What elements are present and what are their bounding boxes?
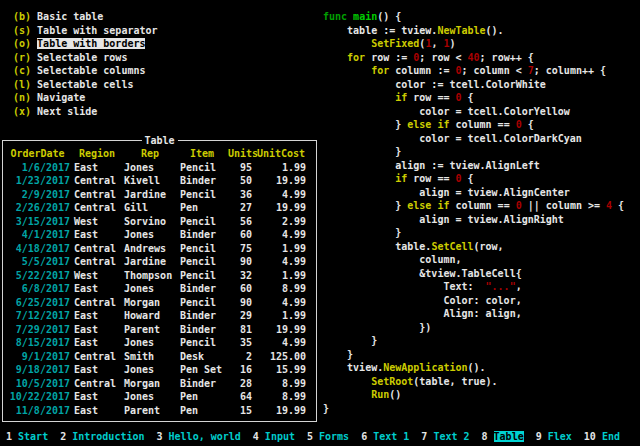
menu-item-s[interactable]: (s) Table with separator xyxy=(13,24,158,38)
slide-item-forms[interactable]: 5 Forms xyxy=(307,431,349,442)
column-header-unitcost: UnitCost xyxy=(256,147,306,161)
slide-number: 7 xyxy=(421,431,427,442)
code-line: func main() { xyxy=(323,10,624,24)
table-cell: 81 xyxy=(228,323,252,337)
slide-item-input[interactable]: 4 Input xyxy=(253,431,295,442)
menu-item-b[interactable]: (b) Basic table xyxy=(13,10,158,24)
table-cell: Pencil xyxy=(180,161,224,175)
menu-item-l[interactable]: (l) Selectable cells xyxy=(13,78,158,92)
code-line: } else if column == 0 || column >= 4 { xyxy=(323,199,624,213)
slide-label: Introduction xyxy=(72,431,144,442)
table-cell: 1.99 xyxy=(256,309,306,323)
table-row: 5/22/2017WestThompsonPencil321.99 xyxy=(3,269,316,283)
slide-item-introduction[interactable]: 2 Introduction xyxy=(60,431,144,442)
table-cell: 4/18/2017 xyxy=(5,242,70,256)
code-line: color = tcell.ColorDarkCyan xyxy=(323,132,624,146)
menu-item-key: (r) xyxy=(13,52,31,63)
menu-item-label: Table with separator xyxy=(37,25,157,36)
slide-item-table[interactable]: 8 Table xyxy=(482,431,524,442)
slide-item-text-1[interactable]: 6 Text 1 xyxy=(361,431,409,442)
table-cell: East xyxy=(74,228,120,242)
slide-number: 3 xyxy=(156,431,162,442)
table-cell: 1/6/2017 xyxy=(5,161,70,175)
code-line: SetFixed(1, 1) xyxy=(323,37,624,51)
menu-item-r[interactable]: (r) Selectable rows xyxy=(13,51,158,65)
table-cell: 9/1/2017 xyxy=(5,350,70,364)
menu-item-label: Selectable cells xyxy=(37,79,133,90)
table-cell: Howard xyxy=(124,309,176,323)
table-cell: Binder xyxy=(180,228,224,242)
table-cell: 7/29/2017 xyxy=(5,323,70,337)
table-cell: Morgan xyxy=(124,296,176,310)
slide-number: 10 xyxy=(584,431,596,442)
slide-item-hello-world[interactable]: 3 Hello, world xyxy=(156,431,240,442)
table-row: 10/22/2017EastJonesPen648.99 xyxy=(3,390,316,404)
menu-item-key: (b) xyxy=(13,11,31,22)
menu-item-key: (x) xyxy=(13,106,31,117)
table-cell: Pencil xyxy=(180,255,224,269)
table-cell: Jones xyxy=(124,228,176,242)
table-cell: Binder xyxy=(180,174,224,188)
table-row: 2/9/2017CentralJardinePencil364.99 xyxy=(3,188,316,202)
table-cell: Pencil xyxy=(180,242,224,256)
menu-item-label: Table with borders xyxy=(37,38,145,49)
table-row: 9/18/2017EastJonesPen Set1615.99 xyxy=(3,363,316,377)
slide-menu: (b) Basic table(s) Table with separator(… xyxy=(13,10,158,118)
table-cell: Binder xyxy=(180,323,224,337)
table-cell: Parent xyxy=(124,323,176,337)
code-line: } else if column == 0 { xyxy=(323,118,624,132)
table-row: 1/6/2017EastJonesPencil951.99 xyxy=(3,161,316,175)
table-cell: 1/23/2017 xyxy=(5,174,70,188)
table-cell: Jones xyxy=(124,390,176,404)
code-line: SetRoot(table, true). xyxy=(323,375,624,389)
table-cell: West xyxy=(74,269,120,283)
menu-item-x[interactable]: (x) Next slide xyxy=(13,105,158,119)
table-row: 7/29/2017EastParentBinder8119.99 xyxy=(3,323,316,337)
table-cell: 19.99 xyxy=(256,174,306,188)
table-cell: 4.99 xyxy=(256,188,306,202)
menu-item-label: Navigate xyxy=(37,92,85,103)
table-cell: 1.99 xyxy=(256,242,306,256)
table-cell: East xyxy=(74,309,120,323)
table-cell: 4.99 xyxy=(256,255,306,269)
table-cell: 75 xyxy=(228,242,252,256)
table-cell: 95 xyxy=(228,161,252,175)
code-line: Run() xyxy=(323,388,624,402)
slide-label: Text 2 xyxy=(433,431,469,442)
table-cell: Jones xyxy=(124,161,176,175)
table-cell: 11/8/2017 xyxy=(5,404,70,418)
menu-item-c[interactable]: (c) Selectable columns xyxy=(13,64,158,78)
table-cell: Binder xyxy=(180,377,224,391)
table-cell: 90 xyxy=(228,296,252,310)
code-line: column, xyxy=(323,253,624,267)
table-cell: 27 xyxy=(228,201,252,215)
table-cell: 56 xyxy=(228,215,252,229)
table-cell: Pen xyxy=(180,201,224,215)
table-cell: East xyxy=(74,282,120,296)
table-cell: Central xyxy=(74,296,120,310)
table-cell: 4.99 xyxy=(256,336,306,350)
menu-item-key: (s) xyxy=(13,25,31,36)
slide-item-end[interactable]: 10 End xyxy=(584,431,620,442)
slide-item-start[interactable]: 1 Start xyxy=(6,431,48,442)
table-cell: 2/26/2017 xyxy=(5,201,70,215)
slide-item-text-2[interactable]: 7 Text 2 xyxy=(421,431,469,442)
code-line: if row == 0 { xyxy=(323,172,624,186)
table-row: 2/26/2017CentralGillPen2719.99 xyxy=(3,201,316,215)
table-cell: 8.99 xyxy=(256,390,306,404)
table-title: Table xyxy=(141,134,177,148)
table-cell: Andrews xyxy=(124,242,176,256)
table-cell: 3/15/2017 xyxy=(5,215,70,229)
code-line: }) xyxy=(323,321,624,335)
table-cell: Jones xyxy=(124,282,176,296)
table-cell: 10/22/2017 xyxy=(5,390,70,404)
slide-item-flex[interactable]: 9 Flex xyxy=(536,431,572,442)
menu-item-key: (o) xyxy=(13,38,31,49)
orders-table[interactable]: Table OrderDateRegionRepItemUnitsUnitCos… xyxy=(2,140,317,422)
menu-item-n[interactable]: (n) Navigate xyxy=(13,91,158,105)
menu-item-o[interactable]: (o) Table with borders xyxy=(13,37,158,51)
menu-item-label: Selectable rows xyxy=(37,52,127,63)
table-cell: Pen xyxy=(180,390,224,404)
table-cell: 50 xyxy=(228,174,252,188)
table-cell: 8.99 xyxy=(256,377,306,391)
